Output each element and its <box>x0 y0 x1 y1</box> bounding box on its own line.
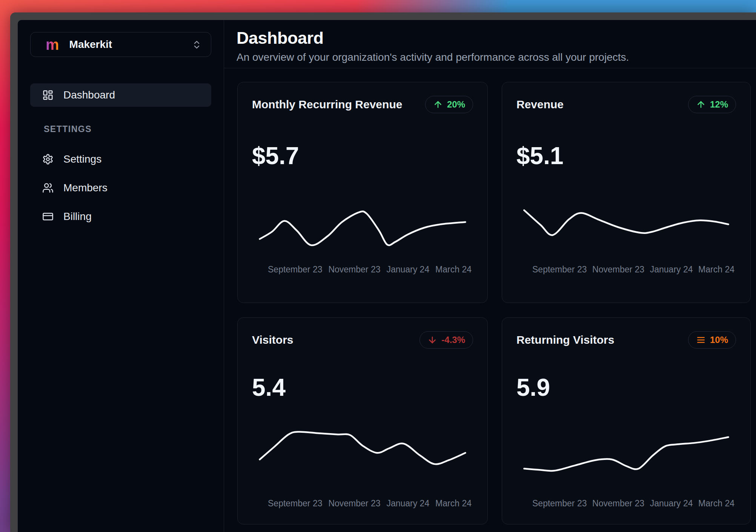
arrow-up-icon <box>433 100 443 109</box>
card-revenue: Revenue 12% $5.1 September 23 <box>502 82 751 303</box>
sidebar-item-settings[interactable]: Settings <box>30 151 211 168</box>
x-tick: November 23 <box>328 264 380 275</box>
metric-value: 5.4 <box>252 375 473 400</box>
metric-value: $5.1 <box>516 143 736 169</box>
metric-value: 5.9 <box>516 375 736 400</box>
trend-badge: 12% <box>688 96 736 113</box>
card-monthly-recurring-revenue: Monthly Recurring Revenue 20% $5.7 S <box>237 82 488 303</box>
x-tick: September 23 <box>268 264 322 275</box>
workspace-name: Makerkit <box>69 38 112 51</box>
main-content: Dashboard An overview of your organizati… <box>224 20 756 532</box>
x-axis-labels: September 23 November 23 January 24 Marc… <box>252 264 473 275</box>
x-tick: November 23 <box>592 498 644 509</box>
gear-icon <box>42 154 54 165</box>
sidebar-item-label: Members <box>63 182 108 194</box>
sidebar-item-label: Settings <box>63 153 101 165</box>
trend-value: 20% <box>447 99 465 110</box>
makerkit-logo: m <box>46 37 59 52</box>
metric-value: $5.7 <box>252 143 473 169</box>
x-tick: September 23 <box>268 498 322 509</box>
sparkline-chart <box>516 193 736 257</box>
x-tick: March 24 <box>698 498 734 509</box>
trend-value: 12% <box>710 99 728 110</box>
trend-badge: 10% <box>688 331 736 349</box>
menu-icon <box>696 335 706 345</box>
trend-value: 10% <box>710 335 728 345</box>
trend-value: -4.3% <box>441 335 465 345</box>
settings-section-label: SETTINGS <box>44 124 211 134</box>
sparkline-chart <box>516 416 736 491</box>
sidebar-item-dashboard[interactable]: Dashboard <box>30 83 211 107</box>
x-axis-labels: September 23 November 23 January 24 Marc… <box>252 498 473 509</box>
card-title: Monthly Recurring Revenue <box>252 98 402 111</box>
card-visitors: Visitors -4.3% 5.4 September 23 <box>237 317 488 524</box>
sparkline-chart <box>252 193 473 257</box>
credit-card-icon <box>42 211 54 222</box>
page-header: Dashboard An overview of your organizati… <box>224 20 756 68</box>
users-icon <box>42 182 54 194</box>
card-title: Returning Visitors <box>516 334 614 346</box>
x-tick: January 24 <box>386 264 429 275</box>
sidebar-item-label: Billing <box>63 211 92 223</box>
x-axis-labels: September 23 November 23 January 24 Marc… <box>516 498 736 509</box>
page-subtitle: An overview of your organization's activ… <box>237 51 741 63</box>
primary-nav: Dashboard <box>30 83 211 107</box>
x-tick: November 23 <box>592 264 644 275</box>
card-title: Revenue <box>516 98 564 111</box>
sidebar: m Makerkit Dashboard SETTINGS <box>18 20 224 532</box>
card-returning-visitors: Returning Visitors 10% 5.9 September <box>502 317 751 524</box>
window-frame: m Makerkit Dashboard SETTINGS <box>10 12 756 532</box>
workspace-selector[interactable]: m Makerkit <box>30 32 211 57</box>
arrow-up-icon <box>696 100 706 109</box>
trend-badge: -4.3% <box>419 331 473 349</box>
x-tick: September 23 <box>532 264 587 275</box>
metric-cards-grid: Monthly Recurring Revenue 20% $5.7 S <box>224 68 756 524</box>
settings-nav: Settings Members Billi <box>30 151 211 225</box>
arrow-down-icon <box>427 335 437 345</box>
x-tick: January 24 <box>650 498 693 509</box>
sidebar-item-label: Dashboard <box>63 89 115 101</box>
x-tick: January 24 <box>650 264 693 275</box>
card-title: Visitors <box>252 334 293 346</box>
x-tick: January 24 <box>386 498 429 509</box>
x-tick: March 24 <box>435 498 472 509</box>
layout-dashboard-icon <box>42 89 54 101</box>
sidebar-item-members[interactable]: Members <box>30 180 211 196</box>
sparkline-chart <box>252 416 473 491</box>
chevrons-up-down-icon <box>192 40 202 50</box>
sidebar-item-billing[interactable]: Billing <box>30 208 211 225</box>
x-tick: March 24 <box>435 264 472 275</box>
page-title: Dashboard <box>237 29 741 47</box>
app-window: m Makerkit Dashboard SETTINGS <box>18 20 756 532</box>
x-tick: September 23 <box>532 498 587 509</box>
x-axis-labels: September 23 November 23 January 24 Marc… <box>516 264 736 275</box>
trend-badge: 20% <box>425 96 473 113</box>
x-tick: November 23 <box>328 498 380 509</box>
x-tick: March 24 <box>698 264 734 275</box>
